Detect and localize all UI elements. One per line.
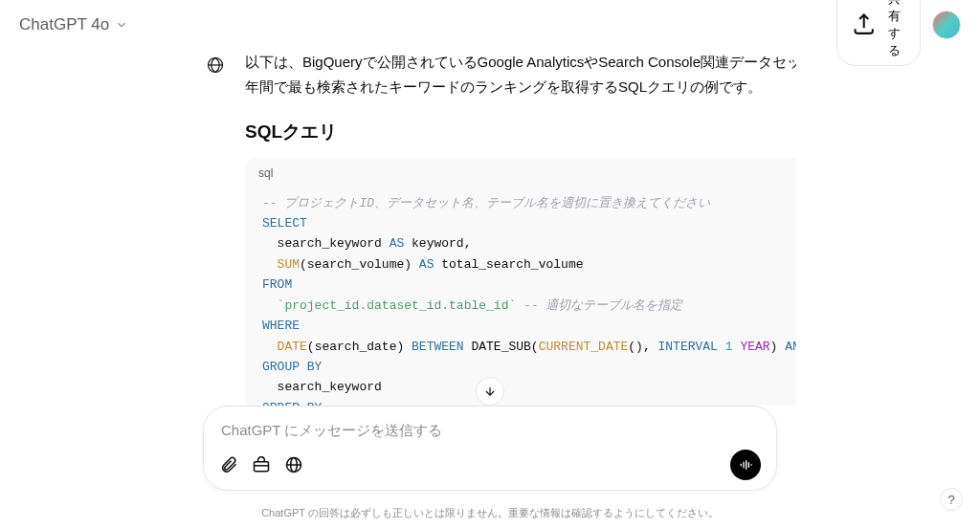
share-label: 共有する <box>882 0 906 59</box>
globe-icon <box>284 455 303 474</box>
message-input[interactable]: ChatGPT にメッセージを送信する <box>219 418 761 450</box>
waveform-icon <box>738 457 753 473</box>
tools-button[interactable] <box>252 455 271 474</box>
attach-file-button[interactable] <box>219 455 238 474</box>
code-header: sql コードをコピーする <box>245 158 796 189</box>
code-lang-label: sql <box>258 166 273 180</box>
help-button[interactable]: ? <box>940 488 963 511</box>
voice-input-button[interactable] <box>730 450 761 480</box>
code-block: sql コードをコピーする -- プロジェクトID、データセット名、テーブル名を… <box>245 158 796 414</box>
conversation: 以下は、BigQueryで公開されているGoogle AnalyticsやSea… <box>184 50 796 413</box>
composer-box[interactable]: ChatGPT にメッセージを送信する <box>203 406 777 491</box>
header-right: 共有する <box>836 0 961 66</box>
model-selector[interactable]: ChatGPT 4o <box>19 15 128 34</box>
assistant-logo-icon <box>203 53 228 77</box>
upload-icon <box>851 11 877 37</box>
web-button[interactable] <box>284 455 303 474</box>
section-heading: SQLクエリ <box>245 120 796 144</box>
intro-paragraph: 以下は、BigQueryで公開されているGoogle AnalyticsやSea… <box>245 50 796 100</box>
chevron-down-icon <box>115 18 128 32</box>
code-body[interactable]: -- プロジェクトID、データセット名、テーブル名を適切に置き換えてください S… <box>245 189 796 414</box>
composer-toolbar <box>219 450 761 480</box>
header: ChatGPT 4o 共有する <box>0 0 980 50</box>
svg-rect-4 <box>255 462 269 472</box>
disclaimer-text: ChatGPT の回答は必ずしも正しいとは限りません。重要な情報は確認するように… <box>0 500 980 528</box>
scroll-to-bottom-button[interactable] <box>476 377 504 406</box>
paperclip-icon <box>219 455 238 474</box>
model-name: ChatGPT 4o <box>19 15 109 34</box>
toolbox-icon <box>252 455 271 474</box>
message-body: 以下は、BigQueryで公開されているGoogle AnalyticsやSea… <box>245 50 796 413</box>
arrow-down-icon <box>483 385 497 398</box>
assistant-message: 以下は、BigQueryで公開されているGoogle AnalyticsやSea… <box>203 50 777 413</box>
avatar[interactable] <box>932 11 961 39</box>
share-button[interactable]: 共有する <box>836 0 921 66</box>
composer-area: ChatGPT にメッセージを送信する Chat <box>0 406 980 528</box>
